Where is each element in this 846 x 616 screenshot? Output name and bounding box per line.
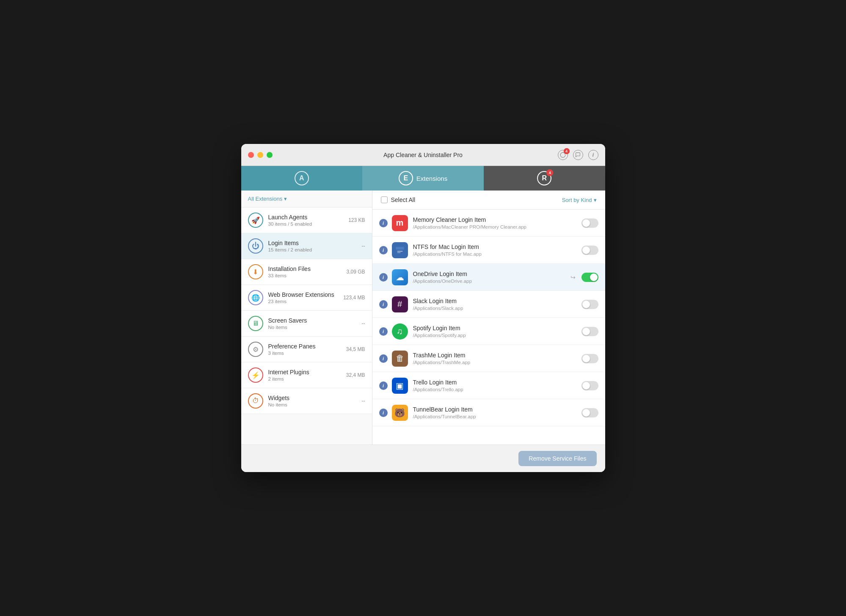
screen-savers-icon: 🖥 bbox=[248, 316, 263, 331]
titlebar: App Cleaner & Uninstaller Pro 4 i bbox=[241, 144, 605, 166]
list-item-memory-cleaner: i m Memory Cleaner Login Item /Applicati… bbox=[372, 210, 605, 237]
chat-icon[interactable] bbox=[573, 150, 583, 160]
filter-label: All Extensions bbox=[248, 196, 283, 202]
trello-path: /Applications/Trello.app bbox=[413, 387, 581, 392]
spotify-actions bbox=[581, 327, 598, 336]
extensions-tab-label: Extensions bbox=[416, 175, 447, 182]
minimize-button[interactable] bbox=[257, 152, 263, 158]
trello-info-button[interactable]: i bbox=[379, 381, 388, 390]
widgets-icon: ⏱ bbox=[248, 393, 263, 409]
svg-rect-1 bbox=[396, 246, 404, 249]
remove-service-files-button[interactable]: Remove Service Files bbox=[518, 451, 596, 466]
tunnelbear-text: TunnelBear Login Item /Applications/Tunn… bbox=[413, 406, 581, 419]
spotify-name: Spotify Login Item bbox=[413, 325, 581, 331]
maximize-button[interactable] bbox=[267, 152, 273, 158]
all-extensions-filter[interactable]: All Extensions ▾ bbox=[248, 196, 365, 202]
tabbar: A E Extensions R 4 bbox=[241, 166, 605, 191]
sidebar-item-installation-files[interactable]: ⬇ Installation Files 33 items 3,09 GB bbox=[241, 259, 372, 285]
installation-files-sub: 33 items bbox=[268, 273, 343, 278]
tunnelbear-info-button[interactable]: i bbox=[379, 409, 388, 417]
trashme-app-icon: 🗑 bbox=[392, 351, 408, 367]
tunnelbear-path: /Applications/TunnelBear.app bbox=[413, 414, 581, 419]
preference-panes-icon: ⚙ bbox=[248, 342, 263, 357]
internet-plugins-size: 32,4 MB bbox=[346, 372, 365, 378]
filter-chevron-icon: ▾ bbox=[284, 196, 287, 202]
login-items-size: -- bbox=[362, 243, 365, 249]
ntfs-info-button[interactable]: i bbox=[379, 246, 388, 254]
onedrive-text: OneDrive Login Item /Applications/OneDri… bbox=[413, 271, 568, 284]
sidebar-item-internet-plugins[interactable]: ⚡ Internet Plugins 2 items 32,4 MB bbox=[241, 362, 372, 388]
memory-cleaner-actions bbox=[581, 218, 598, 228]
ntfs-name: NTFS for Mac Login Item bbox=[413, 243, 581, 250]
sidebar-item-login-items[interactable]: ⏻ Login Items 15 items / 2 enabled -- bbox=[241, 233, 372, 259]
tab-remnants[interactable]: R 4 bbox=[484, 166, 605, 191]
installation-files-size: 3,09 GB bbox=[346, 269, 365, 275]
sort-button[interactable]: Sort by Kind ▾ bbox=[562, 197, 597, 203]
ntfs-actions bbox=[581, 246, 598, 255]
window-title: App Cleaner & Uninstaller Pro bbox=[383, 152, 463, 158]
onedrive-name: OneDrive Login Item bbox=[413, 271, 568, 277]
trashme-info-button[interactable]: i bbox=[379, 354, 388, 363]
trello-actions bbox=[581, 381, 598, 390]
spotify-toggle[interactable] bbox=[581, 327, 598, 336]
spotify-path: /Applications/Spotify.app bbox=[413, 333, 581, 338]
slack-toggle[interactable] bbox=[581, 300, 598, 309]
onedrive-path: /Applications/OneDrive.app bbox=[413, 279, 568, 284]
select-all-checkbox[interactable] bbox=[381, 196, 388, 203]
sidebar-item-preference-panes[interactable]: ⚙ Preference Panes 3 items 34,5 MB bbox=[241, 337, 372, 362]
tab-extensions[interactable]: E Extensions bbox=[362, 166, 484, 191]
sidebar-item-widgets[interactable]: ⏱ Widgets No items -- bbox=[241, 388, 372, 414]
slack-info-button[interactable]: i bbox=[379, 300, 388, 309]
tab-apps[interactable]: A bbox=[241, 166, 363, 191]
login-items-info: Login Items 15 items / 2 enabled bbox=[268, 240, 358, 252]
titlebar-actions: 4 i bbox=[558, 150, 598, 160]
remnants-badge: 4 bbox=[546, 169, 553, 176]
spotify-info-button[interactable]: i bbox=[379, 327, 388, 336]
widgets-size: -- bbox=[362, 398, 365, 404]
launch-agents-info: Launch Agents 30 items / 5 enabled bbox=[268, 214, 345, 227]
sidebar-item-launch-agents[interactable]: 🚀 Launch Agents 30 items / 5 enabled 123… bbox=[241, 207, 372, 233]
screen-savers-info: Screen Savers No items bbox=[268, 317, 358, 330]
apps-tab-icon: A bbox=[295, 171, 309, 185]
preference-panes-info: Preference Panes 3 items bbox=[268, 343, 343, 356]
preference-panes-sub: 3 items bbox=[268, 351, 343, 356]
internet-plugins-icon: ⚡ bbox=[248, 367, 263, 383]
trello-app-icon: ▣ bbox=[392, 378, 408, 394]
sidebar-item-screen-savers[interactable]: 🖥 Screen Savers No items -- bbox=[241, 311, 372, 337]
trashme-text: TrashMe Login Item /Applications/TrashMe… bbox=[413, 352, 581, 365]
preference-panes-size: 34,5 MB bbox=[346, 346, 365, 352]
list-item-trashme: i 🗑 TrashMe Login Item /Applications/Tra… bbox=[372, 345, 605, 372]
list-item-tunnelbear: i 🐻 TunnelBear Login Item /Applications/… bbox=[372, 399, 605, 426]
select-all-label: Select All bbox=[391, 196, 416, 203]
sidebar: All Extensions ▾ 🚀 Launch Agents 30 item… bbox=[241, 191, 372, 445]
trello-toggle[interactable] bbox=[581, 381, 598, 390]
trashme-toggle[interactable] bbox=[581, 354, 598, 363]
sidebar-item-web-browser-extensions[interactable]: 🌐 Web Browser Extensions 23 items 123,4 … bbox=[241, 285, 372, 311]
web-browser-extensions-info: Web Browser Extensions 23 items bbox=[268, 291, 340, 304]
slack-app-icon: # bbox=[392, 296, 408, 312]
tunnelbear-app-icon: 🐻 bbox=[392, 405, 408, 421]
ntfs-toggle[interactable] bbox=[581, 246, 598, 255]
info-icon[interactable]: i bbox=[588, 150, 598, 160]
list-item-spotify: i ♫ Spotify Login Item /Applications/Spo… bbox=[372, 318, 605, 345]
onedrive-app-icon: ☁ bbox=[392, 269, 408, 285]
widgets-sub: No items bbox=[268, 402, 358, 407]
ntfs-text: NTFS for Mac Login Item /Applications/NT… bbox=[413, 243, 581, 257]
slack-name: Slack Login Item bbox=[413, 298, 581, 304]
web-browser-extensions-name: Web Browser Extensions bbox=[268, 291, 340, 298]
installation-files-info: Installation Files 33 items bbox=[268, 265, 343, 278]
trashme-actions bbox=[581, 354, 598, 363]
login-items-sub: 15 items / 2 enabled bbox=[268, 247, 358, 252]
list-item-ntfs-for-mac: i NTFS for Mac Login Item /Applications/… bbox=[372, 237, 605, 264]
onedrive-toggle[interactable] bbox=[581, 273, 598, 282]
memory-cleaner-info-button[interactable]: i bbox=[379, 219, 388, 227]
onedrive-arrow-icon[interactable]: ↪ bbox=[568, 272, 578, 282]
sync-icon[interactable]: 4 bbox=[558, 150, 568, 160]
memory-cleaner-toggle[interactable] bbox=[581, 218, 598, 228]
login-items-name: Login Items bbox=[268, 240, 358, 246]
close-button[interactable] bbox=[248, 152, 254, 158]
onedrive-info-button[interactable]: i bbox=[379, 273, 388, 282]
screen-savers-size: -- bbox=[362, 320, 365, 326]
tunnelbear-toggle[interactable] bbox=[581, 408, 598, 417]
traffic-lights bbox=[248, 152, 273, 158]
